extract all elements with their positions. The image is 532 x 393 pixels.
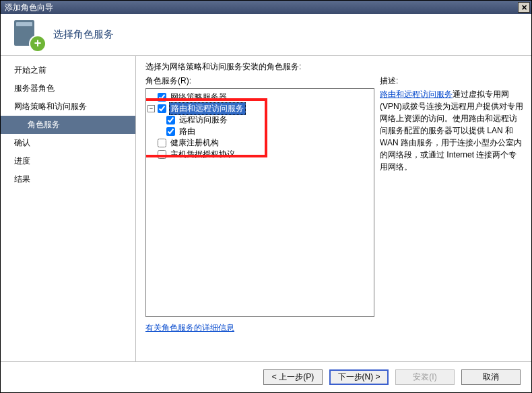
description-label: 描述: xyxy=(380,75,523,87)
more-info-row: 有关角色服务的详细信息 xyxy=(145,322,374,334)
description-area: 描述: 路由和远程访问服务通过虚拟专用网(VPN)或拨号连接为远程用户提供对专用… xyxy=(380,75,523,361)
step-before-begin[interactable]: 开始之前 xyxy=(1,61,135,79)
checkbox-hra[interactable] xyxy=(158,139,166,147)
cancel-button[interactable]: 取消 xyxy=(461,369,521,385)
wizard-window: 添加角色向导 ✕ + 选择角色服务 开始之前 服务器角色 网络策略和访问服务 角… xyxy=(0,0,532,393)
close-button[interactable]: ✕ xyxy=(518,2,530,13)
checkbox-hcap[interactable] xyxy=(158,150,166,159)
content-row: 角色服务(R): 网络策略服务器 − 路由和远程访问服务 xyxy=(145,75,523,361)
wizard-footer: < 上一步(P) 下一步(N) > 安装(I) 取消 xyxy=(1,361,531,392)
tree-item-routing[interactable]: 路由 xyxy=(147,126,372,137)
tree-label: 远程访问服务 xyxy=(178,114,229,126)
next-button[interactable]: 下一步(N) > xyxy=(329,369,389,385)
description-link[interactable]: 路由和远程访问服务 xyxy=(380,90,453,99)
tree-item-hra[interactable]: 健康注册机构 xyxy=(147,137,372,149)
description-text: 路由和远程访问服务通过虚拟专用网(VPN)或拨号连接为远程用户提供对专用网络上资… xyxy=(380,88,523,173)
description-body: 通过虚拟专用网(VPN)或拨号连接为远程用户提供对专用网络上资源的访问。使用路由… xyxy=(380,90,523,172)
role-services-area: 角色服务(R): 网络策略服务器 − 路由和远程访问服务 xyxy=(145,75,374,361)
wizard-header: + 选择角色服务 xyxy=(1,14,531,56)
step-confirm[interactable]: 确认 xyxy=(1,134,135,152)
tree-item-hcap[interactable]: 主机凭据授权协议 xyxy=(147,149,372,160)
prev-button[interactable]: < 上一步(P) xyxy=(263,369,323,385)
role-services-tree[interactable]: 网络策略服务器 − 路由和远程访问服务 远程访问服务 xyxy=(145,88,374,317)
tree-label: 主机凭据授权协议 xyxy=(169,149,236,160)
tree-item-nps[interactable]: 网络策略服务器 xyxy=(147,92,372,103)
checkbox-routing[interactable] xyxy=(166,127,175,136)
wizard-body: 开始之前 服务器角色 网络策略和访问服务 角色服务 确认 进度 结果 选择为网络… xyxy=(1,56,531,361)
checkbox-rras[interactable] xyxy=(158,104,166,113)
tree-item-rras[interactable]: − 路由和远程访问服务 xyxy=(147,103,372,114)
role-services-label: 角色服务(R): xyxy=(145,75,374,87)
page-title: 选择角色服务 xyxy=(53,28,114,41)
instruction-text: 选择为网络策略和访问服务安装的角色服务: xyxy=(145,61,523,73)
step-progress[interactable]: 进度 xyxy=(1,152,135,170)
tree-label: 路由 xyxy=(178,126,197,137)
content-pane: 选择为网络策略和访问服务安装的角色服务: 角色服务(R): 网络策略服务器 − xyxy=(135,56,531,361)
window-title: 添加角色向导 xyxy=(5,2,53,13)
step-nps-access[interactable]: 网络策略和访问服务 xyxy=(1,98,135,116)
close-icon: ✕ xyxy=(521,3,527,12)
step-server-roles[interactable]: 服务器角色 xyxy=(1,79,135,98)
tree-item-remote-access[interactable]: 远程访问服务 xyxy=(147,114,372,126)
add-icon: + xyxy=(30,36,45,51)
more-info-link[interactable]: 有关角色服务的详细信息 xyxy=(145,323,234,332)
wizard-icon: + xyxy=(14,20,44,50)
step-role-services[interactable]: 角色服务 xyxy=(1,116,135,134)
step-results[interactable]: 结果 xyxy=(1,170,135,188)
tree-label: 网络策略服务器 xyxy=(169,92,228,103)
titlebar: 添加角色向导 ✕ xyxy=(1,1,531,14)
collapse-icon[interactable]: − xyxy=(147,105,155,112)
steps-sidebar: 开始之前 服务器角色 网络策略和访问服务 角色服务 确认 进度 结果 xyxy=(1,56,135,361)
tree-label: 路由和远程访问服务 xyxy=(169,102,246,115)
install-button: 安装(I) xyxy=(395,369,455,385)
checkbox-remote-access[interactable] xyxy=(166,116,175,124)
tree-label: 健康注册机构 xyxy=(169,137,220,149)
checkbox-nps[interactable] xyxy=(158,93,166,102)
